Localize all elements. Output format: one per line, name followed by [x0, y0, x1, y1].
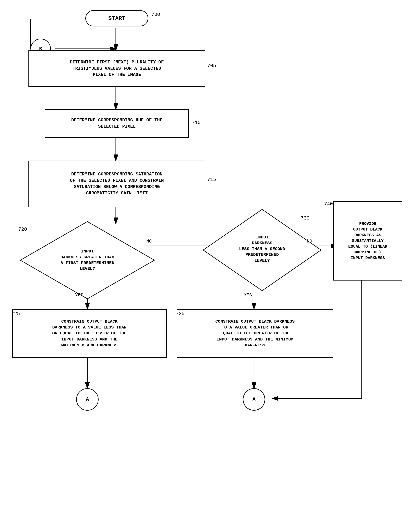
a-label-left: A: [86, 396, 89, 403]
step-725-box: CONSTRAIN OUTPUT BLACKDARKNESS TO A VALU…: [12, 309, 167, 358]
step-720-diamond: INPUTDARKNESS GREATER THANA FIRST PREDET…: [18, 220, 157, 301]
number-715: 715: [207, 177, 216, 182]
a-circle-right: A: [243, 388, 265, 411]
step-710-text: DETERMINE CORRESPONDING HUE OF THESELECT…: [71, 117, 163, 130]
step-715-box: DETERMINE CORRESPONDING SATURATIONOF THE…: [29, 160, 205, 207]
a-circle-left: A: [76, 388, 98, 411]
step-740-box: PROVIDEOUTPUT BLACKDARKNESS ASSUBSTANTIA…: [333, 201, 402, 281]
step-715-text: DETERMINE CORRESPONDING SATURATIONOF THE…: [70, 171, 164, 196]
number-705: 705: [207, 63, 216, 68]
step-725-text: CONSTRAIN OUTPUT BLACKDARKNESS TO A VALU…: [52, 319, 126, 349]
step-735-text: CONSTRAIN OUTPUT BLACK DARKNESSTO A VALU…: [215, 319, 295, 349]
no-label-730: NO: [307, 239, 312, 244]
step-720-text: INPUTDARKNESS GREATER THANA FIRST PREDET…: [60, 249, 114, 272]
number-720: 720: [18, 227, 27, 232]
step-705-box: DETERMINE FIRST (NEXT) PLURALITY OFTRIST…: [29, 50, 205, 87]
number-730: 730: [301, 215, 309, 221]
number-725: 725: [11, 311, 20, 317]
number-710: 710: [192, 120, 201, 125]
yes-label-720: YES: [75, 293, 83, 298]
start-shape: START: [85, 10, 148, 26]
step-730-text: INPUTDARKNESSLESS THAN A SECONDPREDETERM…: [239, 235, 285, 263]
step-735-box: CONSTRAIN OUTPUT BLACK DARKNESSTO A VALU…: [177, 309, 333, 358]
a-label-right: A: [252, 396, 256, 403]
step-705-text: DETERMINE FIRST (NEXT) PLURALITY OFTRIST…: [70, 59, 164, 78]
number-735: 735: [176, 311, 185, 317]
number-700: 700: [151, 12, 160, 17]
flowchart-diagram: START 700 B DETERMINE FIRST (NEXT) PLURA…: [0, 0, 420, 509]
start-label: START: [108, 15, 125, 22]
number-740: 740: [324, 201, 333, 207]
step-740-text: PROVIDEOUTPUT BLACKDARKNESS ASSUBSTANTIA…: [348, 221, 387, 261]
step-710-box: DETERMINE CORRESPONDING HUE OF THESELECT…: [45, 109, 189, 138]
no-label-720: NO: [146, 239, 152, 244]
yes-label-730: YES: [244, 293, 252, 298]
